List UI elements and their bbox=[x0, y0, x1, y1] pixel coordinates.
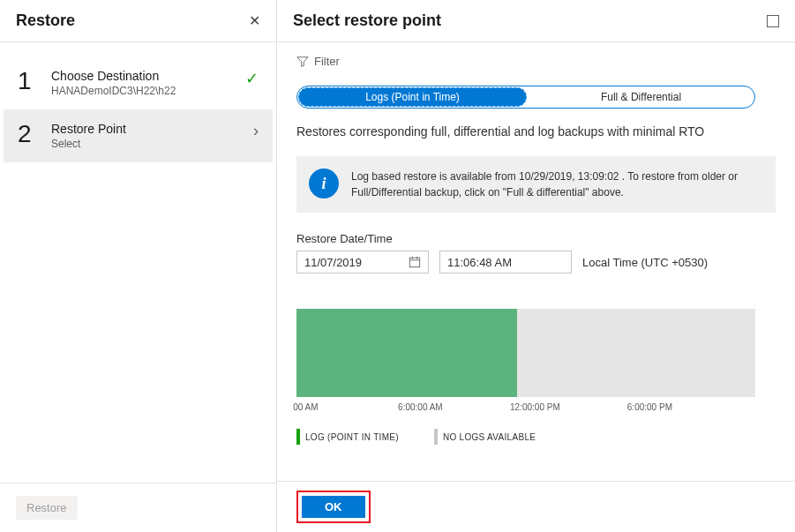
tick-label: 12:00:00 PM bbox=[510, 402, 560, 412]
restore-button[interactable]: Restore bbox=[16, 496, 78, 520]
datetime-row: 11/07/2019 11:06:48 AM Local Time (UTC +… bbox=[296, 251, 776, 273]
restore-date-input[interactable]: 11/07/2019 bbox=[296, 251, 429, 273]
restore-sidebar: Restore ✕ 1 Choose Destination HANADemoI… bbox=[0, 0, 277, 532]
timeline-legend: LOG (POINT IN TIME) NO LOGS AVAILABLE bbox=[296, 429, 776, 445]
info-text: Log based restore is available from 10/2… bbox=[351, 169, 763, 200]
restore-time-input[interactable]: 11:06:48 AM bbox=[439, 251, 572, 273]
restore-description: Restores corresponding full, differentia… bbox=[296, 124, 776, 139]
date-value: 11/07/2019 bbox=[304, 256, 362, 269]
chevron-right-icon: › bbox=[253, 122, 259, 140]
main-footer: OK bbox=[277, 481, 795, 532]
main-panel: Select restore point Filter Logs (Point … bbox=[277, 0, 795, 532]
datetime-label: Restore Date/Time bbox=[296, 232, 776, 245]
filter-control[interactable]: Filter bbox=[296, 55, 776, 68]
step-restore-point[interactable]: 2 Restore Point Select › bbox=[4, 109, 273, 162]
log-timeline[interactable] bbox=[296, 309, 755, 397]
legend-label: NO LOGS AVAILABLE bbox=[443, 432, 536, 442]
sidebar-title: Restore bbox=[16, 11, 75, 30]
log-available-range bbox=[296, 309, 517, 397]
main-body: Filter Logs (Point in Time) Full & Diffe… bbox=[277, 42, 795, 481]
step-body: Restore Point Select bbox=[51, 122, 241, 150]
tick-label: 6:00:00 AM bbox=[398, 402, 443, 412]
sidebar-header: Restore ✕ bbox=[0, 0, 276, 42]
step-subtitle: HANADemoIDC3\H22\h22 bbox=[51, 85, 233, 97]
timezone-label: Local Time (UTC +0530) bbox=[582, 256, 708, 269]
main-title: Select restore point bbox=[293, 11, 441, 30]
main-header: Select restore point bbox=[277, 0, 795, 42]
tab-full-differential[interactable]: Full & Differential bbox=[528, 86, 754, 108]
datetime-section: Restore Date/Time 11/07/2019 11:06:48 AM… bbox=[296, 232, 776, 273]
ok-button[interactable]: OK bbox=[302, 496, 365, 518]
legend-nologs: NO LOGS AVAILABLE bbox=[434, 429, 536, 445]
steps-list: 1 Choose Destination HANADemoIDC3\H22\h2… bbox=[0, 42, 276, 483]
timeline-ticks: 00 AM 6:00:00 AM 12:00:00 PM 6:00:00 PM bbox=[296, 402, 755, 415]
info-banner: i Log based restore is available from 10… bbox=[296, 156, 776, 213]
step-title: Restore Point bbox=[51, 122, 241, 136]
restore-type-tabs: Logs (Point in Time) Full & Differential bbox=[296, 86, 755, 109]
sidebar-footer: Restore bbox=[0, 483, 276, 532]
calendar-icon bbox=[409, 256, 421, 268]
tick-label: 6:00:00 PM bbox=[627, 402, 672, 412]
step-number: 2 bbox=[18, 122, 39, 146]
legend-swatch-grey bbox=[434, 429, 438, 445]
step-title: Choose Destination bbox=[51, 69, 233, 83]
info-icon: i bbox=[309, 169, 339, 199]
filter-icon bbox=[296, 56, 309, 68]
svg-rect-0 bbox=[409, 258, 419, 267]
close-icon[interactable]: ✕ bbox=[249, 12, 260, 29]
legend-logs: LOG (POINT IN TIME) bbox=[296, 429, 399, 445]
step-choose-destination[interactable]: 1 Choose Destination HANADemoIDC3\H22\h2… bbox=[4, 56, 273, 109]
tick-label: 00 AM bbox=[293, 402, 318, 412]
legend-label: LOG (POINT IN TIME) bbox=[305, 432, 399, 442]
maximize-icon[interactable] bbox=[767, 15, 779, 27]
check-icon: ✓ bbox=[245, 69, 259, 88]
filter-label: Filter bbox=[314, 55, 340, 68]
ok-highlight: OK bbox=[296, 491, 371, 523]
tab-logs-point-in-time[interactable]: Logs (Point in Time) bbox=[298, 87, 527, 107]
legend-swatch-green bbox=[296, 429, 300, 445]
step-subtitle: Select bbox=[51, 138, 241, 150]
time-value: 11:06:48 AM bbox=[447, 256, 512, 269]
step-number: 1 bbox=[18, 69, 39, 94]
step-body: Choose Destination HANADemoIDC3\H22\h22 bbox=[51, 69, 233, 97]
